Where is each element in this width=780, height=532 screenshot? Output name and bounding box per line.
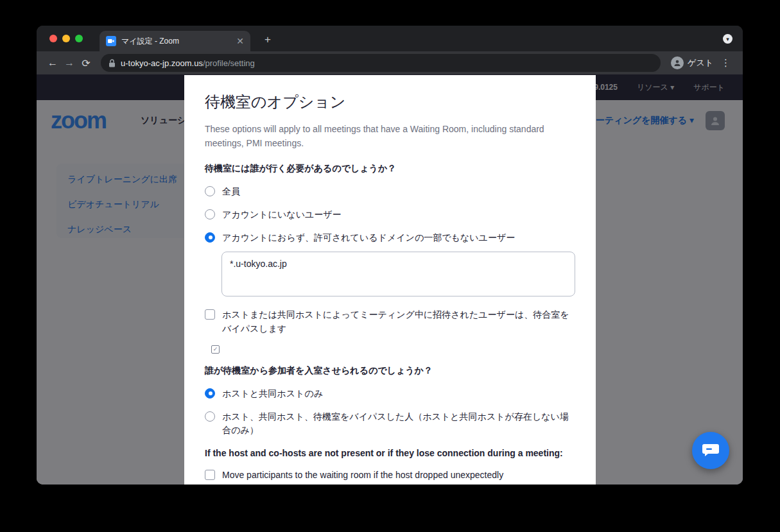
allowed-domains-input[interactable]: *.u-tokyo.ac.jp <box>221 252 575 296</box>
chat-bubble-icon <box>702 442 720 459</box>
checkbox-icon[interactable] <box>205 309 215 320</box>
radio-icon[interactable] <box>205 411 215 422</box>
guest-label: ゲスト <box>688 57 713 69</box>
tab-close-icon[interactable]: ✕ <box>236 37 244 46</box>
bypass-waiting-room-checkbox-row[interactable]: ホストまたは共同ホストによってミーティング中に招待されたユーザーは、待合室をバイ… <box>205 308 575 336</box>
maximize-window-icon[interactable] <box>75 35 83 42</box>
move-participants-checkbox-row[interactable]: Move participants to the waiting room if… <box>205 468 575 483</box>
radio-option-everyone[interactable]: 全員 <box>205 185 575 199</box>
browser-menu-icon[interactable]: ⋮ <box>717 57 735 69</box>
radio-option-users-not-in-allowed-domains[interactable]: アカウントにおらず、許可されているドメインの一部でもないユーザー <box>205 231 575 245</box>
browser-profile-icon[interactable]: ▾ <box>723 34 732 44</box>
browser-toolbar: ← → ⟳ u-tokyo-ac-jp.zoom.us/profile/sett… <box>37 51 743 74</box>
modal-title: 待機室のオプション <box>205 92 575 112</box>
radio-selected-icon[interactable] <box>205 232 215 243</box>
radio-icon[interactable] <box>205 186 215 196</box>
waiting-room-options-modal: 待機室のオプション These options will apply to al… <box>184 75 596 485</box>
radio-option-host-cohost-only[interactable]: ホストと共同ホストのみ <box>205 387 575 401</box>
back-icon[interactable]: ← <box>44 55 61 71</box>
close-window-icon[interactable] <box>49 35 57 42</box>
browser-titlebar: マイ設定 - Zoom ✕ + ▾ <box>37 26 743 51</box>
modal-description: These options will apply to all meetings… <box>205 123 557 150</box>
address-bar[interactable]: u-tokyo-ac-jp.zoom.us/profile/setting <box>101 54 661 72</box>
guest-profile-button[interactable]: ゲスト <box>667 56 717 69</box>
question-who-admits: 誰が待機室から参加者を入室させられるのでしょうか？ <box>205 365 575 377</box>
guest-avatar-icon <box>671 56 684 69</box>
page-content: 88.799.0125 リソース ▾ サポート zoom ソリューシ ミーティン… <box>37 74 743 485</box>
window-controls <box>49 35 83 42</box>
url-path: /profile/setting <box>203 58 255 68</box>
host-absent-heading: If the host and co-hosts are not present… <box>205 448 575 458</box>
forward-icon[interactable]: → <box>61 55 78 71</box>
radio-option-host-cohost-bypassed[interactable]: ホスト、共同ホスト、待機室をバイパスした人（ホストと共同ホストが存在しない場合の… <box>205 410 575 438</box>
zoom-favicon-icon <box>106 36 116 46</box>
url-host: u-tokyo-ac-jp.zoom.us <box>121 58 203 68</box>
radio-icon[interactable] <box>205 209 215 219</box>
lock-icon <box>108 59 116 67</box>
radio-option-users-not-in-account[interactable]: アカウントにいないユーザー <box>205 208 575 222</box>
check-icon: ✓ <box>211 345 220 354</box>
radio-selected-icon[interactable] <box>205 388 215 399</box>
browser-window: マイ設定 - Zoom ✕ + ▾ ← → ⟳ u-tokyo-ac-jp.zo… <box>37 26 743 485</box>
chat-widget-button[interactable] <box>692 432 729 469</box>
new-tab-button[interactable]: + <box>260 32 275 47</box>
browser-tab[interactable]: マイ設定 - Zoom ✕ <box>100 31 250 51</box>
question-who-goes: 待機室には誰が行く必要があるのでしょうか？ <box>205 163 575 175</box>
minimize-window-icon[interactable] <box>62 35 70 42</box>
reload-icon[interactable]: ⟳ <box>78 55 94 71</box>
checkbox-icon[interactable] <box>205 470 215 480</box>
tab-title: マイ設定 - Zoom <box>121 36 231 47</box>
